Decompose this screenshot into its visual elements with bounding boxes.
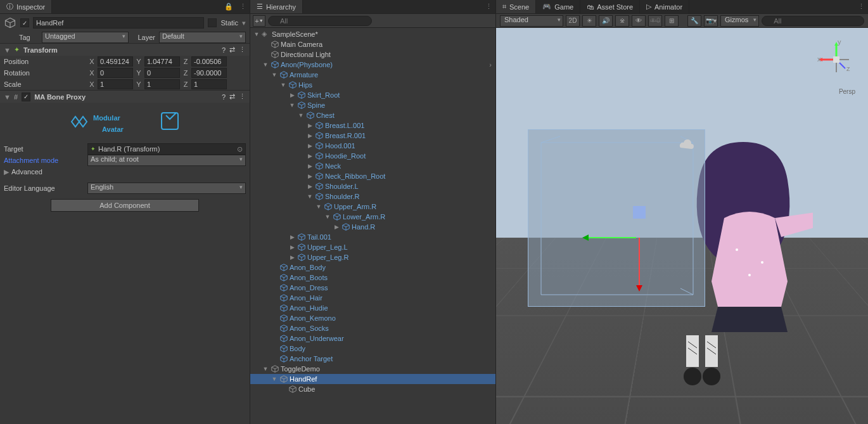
panel-menu-icon[interactable]: ⋮: [236, 0, 250, 13]
tree-row[interactable]: ▶Shoulder.L: [250, 181, 495, 191]
scene-camera-icon[interactable]: 📷▾: [704, 15, 718, 27]
lock-icon[interactable]: 🔒: [222, 0, 236, 13]
tab-animator[interactable]: ▷Animator: [640, 0, 689, 13]
tree-row[interactable]: Anon_Dress: [250, 283, 495, 293]
tree-row[interactable]: ▼HandRef: [250, 374, 495, 384]
tree-row[interactable]: ▼◈SampleScene*: [250, 29, 495, 39]
tree-row[interactable]: ▼Spine: [250, 100, 495, 110]
tree-row[interactable]: ▶Neck: [250, 161, 495, 171]
editor-language-dropdown[interactable]: English: [87, 183, 246, 194]
scene-search-input[interactable]: [762, 16, 864, 26]
foldout-icon[interactable]: ▼: [279, 82, 287, 88]
foldout-icon[interactable]: ▶: [333, 224, 340, 230]
tree-row[interactable]: Anon_Body: [250, 262, 495, 273]
component-menu-icon[interactable]: ⋮: [239, 46, 246, 54]
tree-row[interactable]: ▼Hips: [250, 80, 495, 90]
attachment-mode-label[interactable]: Attachment mode: [4, 157, 86, 164]
tree-row[interactable]: Anon_Hair: [250, 293, 495, 303]
tree-row[interactable]: Anon_Socks: [250, 323, 495, 333]
panel-menu-icon[interactable]: ⋮: [854, 0, 868, 13]
preset-icon[interactable]: ⇄: [229, 46, 235, 54]
target-objectfield[interactable]: ✦ Hand.R (Transform) ⊙: [87, 143, 246, 155]
foldout-icon[interactable]: ▶: [306, 163, 314, 169]
tree-row[interactable]: ▶Skirt_Root: [250, 90, 495, 100]
foldout-icon[interactable]: ▶: [306, 173, 314, 179]
2d-toggle[interactable]: 2D: [566, 15, 580, 27]
tree-row[interactable]: ▶Hand.R: [250, 222, 495, 232]
tab-assetstore[interactable]: 🛍Asset Store: [580, 0, 640, 13]
scale-x[interactable]: [98, 79, 133, 89]
add-component-button[interactable]: Add Component: [51, 199, 199, 212]
attachment-mode-dropdown[interactable]: As child; at root: [87, 155, 246, 166]
rotation-y[interactable]: [144, 68, 180, 78]
tree-row[interactable]: ▶Breast.R.001: [250, 131, 495, 141]
help-icon[interactable]: ?: [222, 46, 226, 54]
tree-row[interactable]: ▶Upper_Leg.R: [250, 252, 495, 262]
object-picker-icon[interactable]: ⊙: [237, 145, 243, 153]
tree-row[interactable]: ▼Chest: [250, 110, 495, 120]
scene-audio-icon[interactable]: 🔊: [599, 15, 613, 27]
tree-row[interactable]: Directional Light: [250, 49, 495, 60]
tree-row[interactable]: ▶Tail.001: [250, 232, 495, 242]
position-x[interactable]: [98, 56, 133, 67]
scene-fx-icon[interactable]: ※: [615, 15, 629, 27]
tab-game[interactable]: 🎮Game: [536, 0, 580, 13]
foldout-icon[interactable]: ▼: [324, 214, 331, 220]
tree-row[interactable]: ▼Shoulder.R: [250, 191, 495, 202]
tab-scene[interactable]: ⌗Scene: [496, 0, 536, 13]
scene-tools-icon[interactable]: 🔧: [687, 15, 701, 27]
foldout-icon[interactable]: ▼: [4, 93, 10, 101]
tree-row[interactable]: Anchor Target: [250, 354, 495, 364]
foldout-icon[interactable]: ▶: [288, 92, 296, 98]
foldout-icon[interactable]: ▶: [306, 132, 314, 139]
tree-row[interactable]: ▼ToggleDemo: [250, 364, 495, 374]
scene-grid-icon[interactable]: ⊞: [665, 15, 679, 27]
tag-dropdown[interactable]: Untagged: [42, 32, 129, 43]
tree-row[interactable]: Cube: [250, 384, 495, 394]
static-dropdown-icon[interactable]: ▾: [242, 19, 246, 27]
tree-row[interactable]: ▼Lower_Arm.R: [250, 212, 495, 222]
position-z[interactable]: [191, 56, 227, 67]
boneproxy-header[interactable]: ▼ # MA Bone Proxy ? ⇄ ⋮: [0, 90, 250, 103]
foldout-icon[interactable]: ▶: [306, 143, 314, 149]
transform-header[interactable]: ▼ ✦ Transform ? ⇄ ⋮: [0, 43, 250, 56]
hierarchy-tab[interactable]: ☰ Hierarchy: [250, 0, 303, 13]
foldout-icon[interactable]: ▼: [297, 112, 305, 119]
advanced-label[interactable]: Advanced: [11, 168, 42, 176]
preset-icon[interactable]: ⇄: [229, 93, 235, 101]
foldout-icon[interactable]: ▼: [262, 366, 269, 372]
tree-row[interactable]: ▶Breast.L.001: [250, 120, 495, 131]
tree-row[interactable]: ▼Anon(Physbone)›: [250, 60, 495, 70]
foldout-icon[interactable]: ▼: [253, 31, 260, 37]
foldout-icon[interactable]: ▶: [4, 168, 10, 176]
foldout-icon[interactable]: ▼: [4, 46, 10, 54]
tree-row[interactable]: Main Camera: [250, 39, 495, 49]
projection-label[interactable]: Persp: [839, 88, 855, 95]
gizmos-dropdown[interactable]: Gizmos: [720, 15, 759, 27]
create-button[interactable]: +▼: [253, 15, 265, 27]
position-y[interactable]: [144, 56, 180, 67]
tree-row[interactable]: ▼Upper_Arm.R: [250, 202, 495, 212]
scale-y[interactable]: [144, 79, 180, 89]
tree-row[interactable]: ▶Hoodie_Root: [250, 151, 495, 161]
foldout-icon[interactable]: ▶: [306, 122, 314, 129]
foldout-icon[interactable]: ▼: [288, 102, 296, 108]
gameobject-enabled-checkbox[interactable]: [20, 18, 29, 27]
tree-row[interactable]: Anon_Kemono: [250, 313, 495, 323]
foldout-icon[interactable]: ▼: [271, 376, 278, 382]
static-checkbox[interactable]: [208, 18, 217, 27]
foldout-icon[interactable]: ▶: [288, 244, 296, 250]
hierarchy-search-input[interactable]: [268, 16, 372, 26]
scene-visibility-icon[interactable]: 👁0: [648, 15, 662, 27]
foldout-icon[interactable]: ▶: [306, 153, 314, 159]
tree-row[interactable]: ▶Neck_Ribbon_Root: [250, 171, 495, 181]
shading-mode-dropdown[interactable]: Shaded: [500, 15, 563, 27]
tree-row[interactable]: Anon_Underwear: [250, 333, 495, 344]
gameobject-name-field[interactable]: [33, 17, 204, 29]
foldout-icon[interactable]: ▼: [271, 72, 278, 78]
orientation-gizmo[interactable]: y x z: [817, 41, 855, 79]
scene-lighting-icon[interactable]: ☀: [582, 15, 596, 27]
boneproxy-enabled-checkbox[interactable]: [22, 93, 30, 101]
rotation-x[interactable]: [98, 68, 133, 78]
hierarchy-tree[interactable]: ▼◈SampleScene*Main CameraDirectional Lig…: [250, 28, 495, 424]
